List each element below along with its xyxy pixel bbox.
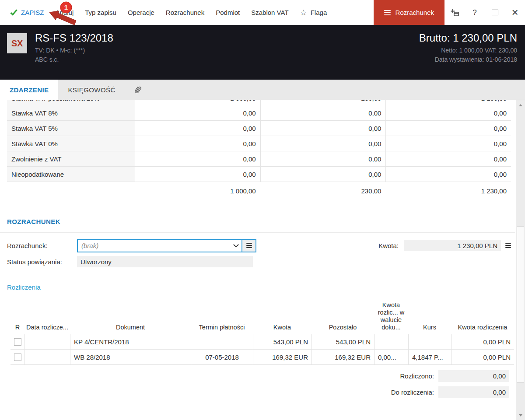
- vat-cell: 0,00: [385, 105, 511, 120]
- vat-totals-row: 1 000,00 230,00 1 230,00: [7, 182, 511, 200]
- brutto-amount: Brutto: 1 230,00 PLN: [419, 32, 517, 45]
- rozrachunek-form: Rozrachunek: (brak) Kwota: 1 230,00 PLN …: [7, 238, 511, 269]
- tab-bar: ZDARZENIE KSIĘGOWOŚĆ: [0, 80, 525, 100]
- vat-cell: 0,00: [385, 151, 511, 166]
- col-header-kwota-walucie: Kwota rozlic... w walucie doku...: [374, 301, 408, 331]
- help-button[interactable]: ?: [465, 0, 485, 25]
- menu-typ-zapisu[interactable]: Typ zapisu: [79, 0, 122, 25]
- cell-data-rozliczenia: [24, 350, 70, 364]
- cell-kwota-walucie: 0,00...: [374, 350, 408, 364]
- cell-pozostalo: 169,32 EUR: [312, 350, 374, 364]
- app-window: { "icons": {"star": "☆", "help": "?", "c…: [0, 0, 525, 420]
- tab-ksiegowosc[interactable]: KSIĘGOWOŚĆ: [58, 80, 125, 100]
- tab-content: Stawka VAT podstawowa 23% 1 000,00 230,0…: [0, 100, 525, 398]
- vat-cell: 0,00: [260, 167, 386, 182]
- flag-button[interactable]: ☆ Flaga: [294, 0, 333, 25]
- cell-pozostalo: 543,00 PLN: [312, 334, 374, 349]
- avatar: SX: [7, 33, 27, 53]
- cell-kwota-rozliczenia: 0,00 PLN: [451, 334, 514, 349]
- vat-cell: 0,00: [260, 105, 386, 120]
- vat-row-label: Stawka VAT 0%: [7, 136, 135, 151]
- settlement-totals: Rozliczono: 0,00 Do rozliczenia: 0,00: [0, 370, 509, 398]
- menu-rozrachunek[interactable]: Rozrachunek: [160, 0, 210, 25]
- vat-cell: 230,00: [260, 100, 386, 105]
- check-icon: [10, 9, 18, 16]
- document-title: RS-FS 123/2018: [35, 32, 113, 45]
- col-header-kurs: Kurs: [408, 324, 451, 331]
- vat-cell: 0,00: [385, 121, 511, 136]
- cell-kurs: 4,1847 P...: [408, 350, 451, 364]
- cell-kwota: 169,32 EUR: [253, 350, 312, 364]
- vat-row-label: Zwolnienie z VAT: [7, 151, 135, 166]
- vertical-scrollbar[interactable]: [516, 100, 525, 420]
- vat-cell: 0,00: [260, 121, 386, 136]
- hamburger-icon: [246, 243, 252, 248]
- document-header: SX RS-FS 123/2018 TV: DK • M-c: (***) AB…: [0, 25, 525, 80]
- vat-row-partial: Stawka VAT podstawowa 23% 1 000,00 230,0…: [7, 100, 511, 105]
- rozrachunek-label: Rozrachunek:: [7, 242, 77, 249]
- cancel-button[interactable]: Anuluj: [50, 0, 80, 25]
- vat-cell: 0,00: [135, 105, 260, 120]
- vat-total-brutto: 1 230,00: [385, 187, 511, 195]
- vat-cell: 0,00: [260, 151, 386, 166]
- menu-operacje[interactable]: Operacje: [122, 0, 160, 25]
- vat-row: Stawka VAT 0% 0,00 0,00 0,00: [7, 136, 511, 151]
- menu-podmiot[interactable]: Podmiot: [210, 0, 245, 25]
- rozliczono-label: Rozliczono:: [400, 372, 434, 380]
- vat-row: Nieopodatkowane 0,00 0,00 0,00: [7, 167, 511, 182]
- tab-zdarzenie[interactable]: ZDARZENIE: [0, 80, 58, 100]
- cell-kwota: 543,00 PLN: [253, 334, 312, 349]
- col-header-data-rozliczenia: Data rozlicze...: [24, 324, 70, 331]
- issue-date: Data wystawienia: 01-06-2018: [419, 56, 517, 63]
- vat-cell: 0,00: [135, 121, 260, 136]
- rozliczenia-link[interactable]: Rozliczenia: [7, 284, 525, 291]
- cell-kwota-rozliczenia: 0,00 PLN: [451, 350, 514, 364]
- toolbar: ZAPISZ Anuluj Typ zapisu Operacje Rozrac…: [0, 0, 525, 25]
- vat-total-vat: 230,00: [260, 187, 386, 195]
- vat-row-label: Stawka VAT 5%: [7, 121, 135, 136]
- vat-cell: 0,00: [260, 136, 386, 151]
- cell-kwota-walucie: [374, 334, 408, 349]
- vat-cell: 0,00: [385, 136, 511, 151]
- vat-cell: 0,00: [135, 151, 260, 166]
- status-label: Status powiązania:: [7, 258, 77, 266]
- vat-row: Stawka VAT 5% 0,00 0,00 0,00: [7, 121, 511, 136]
- scroll-up-arrow[interactable]: [516, 102, 525, 108]
- add-window-button[interactable]: [444, 0, 465, 25]
- vat-cell: 0,00: [135, 167, 260, 182]
- paperclip-icon: [132, 84, 144, 96]
- vat-row-label: Stawka VAT 8%: [7, 105, 135, 120]
- chevron-down-icon[interactable]: [230, 245, 242, 247]
- rozrachunek-combobox[interactable]: (brak): [77, 239, 256, 252]
- vat-table: Stawka VAT podstawowa 23% 1 000,00 230,0…: [7, 100, 511, 200]
- status-field: Utworzony: [77, 256, 253, 267]
- save-label: ZAPISZ: [21, 9, 44, 16]
- kwota-menu-button[interactable]: [505, 243, 511, 248]
- maximize-button[interactable]: [485, 0, 505, 25]
- vat-row: Stawka VAT 8% 0,00 0,00 0,00: [7, 105, 511, 121]
- col-header-dokument: Dokument: [70, 324, 191, 331]
- kwota-field[interactable]: 1 230,00 PLN: [404, 240, 501, 251]
- menu-szablon-vat[interactable]: Szablon VAT: [245, 0, 294, 25]
- kwota-label: Kwota:: [378, 242, 404, 249]
- company-name: ABC s.c.: [35, 56, 113, 63]
- add-window-icon: [450, 8, 459, 17]
- vat-total-netto: 1 000,00: [135, 187, 260, 195]
- col-header-pozostalo: Pozostało: [312, 324, 374, 331]
- rozliczono-field: 0,00: [438, 370, 509, 382]
- close-button[interactable]: ×: [505, 0, 525, 25]
- row-select-checkbox[interactable]: [14, 354, 21, 361]
- scroll-down-arrow[interactable]: [516, 412, 525, 419]
- table-row[interactable]: KP 4/CENTR/2018 543,00 PLN 543,00 PLN 0,…: [10, 334, 514, 350]
- scrollbar-thumb[interactable]: [517, 226, 524, 383]
- col-header-termin: Termin płatności: [191, 324, 253, 331]
- rozrachunek-primary-button[interactable]: Rozrachunek: [374, 0, 444, 25]
- row-select-checkbox[interactable]: [14, 338, 21, 346]
- rozrachunek-menu-button[interactable]: [242, 240, 256, 252]
- settlements-table: R Data rozlicze... Dokument Termin płatn…: [10, 301, 514, 365]
- table-row[interactable]: WB 28/2018 07-05-2018 169,32 EUR 169,32 …: [10, 350, 514, 365]
- save-button[interactable]: ZAPISZ: [4, 0, 50, 25]
- attachment-button[interactable]: [125, 80, 150, 100]
- section-separator: [0, 232, 515, 233]
- vat-cell: 0,00: [135, 136, 260, 151]
